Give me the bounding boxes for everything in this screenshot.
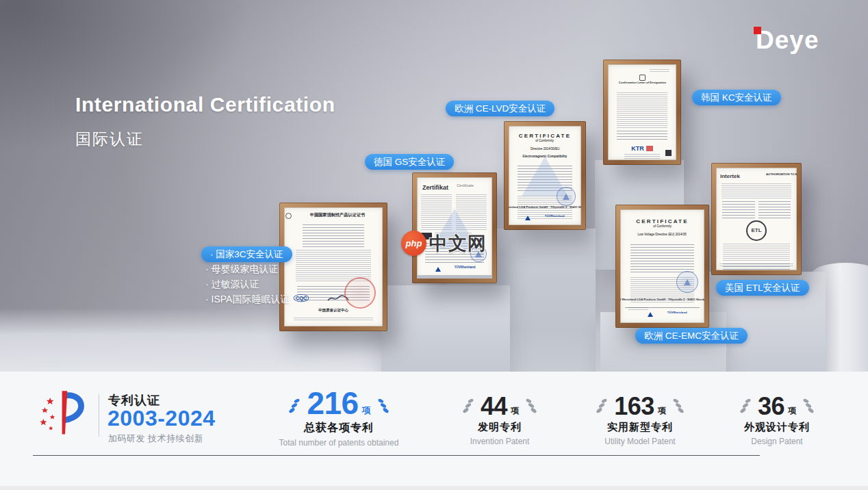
cert-text-lines (719, 263, 794, 267)
laurel-right-icon (672, 396, 685, 415)
stat-label: 实用新型专利 (575, 421, 705, 434)
cert-title: CERTIFICATE (624, 218, 700, 224)
cert-sub1: of Conformity (653, 224, 672, 228)
php-cn-watermark: php 中文网 (401, 231, 487, 256)
cert-text-lines (617, 131, 667, 142)
stat-label: 外观设计专利 (712, 421, 842, 434)
tuv-logo: TÜVRheinland (435, 266, 488, 274)
cert-org: 中国质量认证中心 (318, 308, 348, 312)
cert-footer: TÜV Rheinland LGA Products GmbH · Tillys… (620, 298, 704, 301)
certificate-ce-emc: CERTIFICATE of Conformity Low Voltage Di… (615, 205, 709, 328)
feature-item: · 过敏源认证 (205, 279, 259, 291)
badge-kc: 韩国 KC安全认证 (692, 90, 781, 105)
certificate-china-3c: 中国国家强制性产品认证证书 CQC 中国质量认证中心 (279, 203, 387, 331)
php-logo-icon: php (401, 231, 426, 256)
hero-section: 中国国家强制性产品认证证书 CQC 中国质量认证中心 Zertifikat Ce… (0, 0, 868, 372)
ccc-logo-icon (285, 213, 292, 219)
brand-logo: Deye (756, 26, 819, 55)
cert-title: Zertifikat (422, 184, 448, 191)
tuv-triangle-icon (525, 216, 531, 220)
cqc-logo: CQC (294, 294, 309, 302)
blue-seal-icon (557, 187, 576, 206)
stat-value: 36 (758, 396, 784, 417)
certificate-korea-kc: Confirmation Letter of Designation KTR (603, 60, 681, 165)
cert-text-lines (722, 201, 755, 219)
cert-sub1: of Conformity (536, 139, 554, 142)
badge-ce-emc: 欧洲 CE-EMC安全认证 (635, 328, 748, 344)
cert-sub2: Low Voltage Directive (EU) 2014/35 (638, 233, 687, 236)
feature-item: · 母婴级家电认证 (205, 263, 279, 276)
certificate-ce-lvd: CERTIFICATE of Conformity Directive 2014… (504, 121, 586, 230)
cert-text-lines (303, 224, 364, 248)
certificate-paper: CERTIFICATE of Conformity Directive 2014… (509, 126, 581, 225)
tuv-logo: TÜVRheinland (525, 214, 578, 222)
cert-sub2: Directive 2014/30/EU (531, 147, 560, 151)
stat-value: 44 (481, 396, 507, 417)
certificate-paper: intertek AUTHORIZATION TO MARK ETL (716, 168, 797, 270)
cert-text-lines (722, 183, 791, 198)
brand-dot-icon (754, 27, 761, 34)
stat-unit: 项 (658, 405, 666, 417)
vertical-divider (99, 394, 99, 437)
intertek-logo: intertek (720, 173, 740, 179)
pedestal-gs (381, 285, 510, 372)
tuv-logo: TÜVRheinland (648, 311, 700, 319)
patent-years: 2003-2024 (107, 406, 216, 431)
kc-mark-icon (639, 75, 646, 81)
cert-text-lines (624, 154, 661, 159)
badge-etl: 美国 ETL安全认证 (716, 280, 809, 296)
patent-tagline: 加码研发 技术持续创新 (108, 433, 203, 445)
tuv-triangle-icon (435, 267, 441, 272)
ktr-logo: KTR (631, 145, 644, 152)
stat-invention-patent: 44 项 发明专利 Invention Patent (435, 383, 565, 446)
stat-label-en: Invention Patent (435, 437, 565, 446)
cert-text-lines (630, 244, 694, 274)
blue-seal-icon (676, 271, 698, 293)
ktr-stamp-icon (646, 146, 653, 151)
certificate-paper: Zertifikat Certificate TÜVRheinland (417, 177, 492, 279)
cert-text-lines (650, 69, 670, 72)
stat-unit: 项 (511, 405, 519, 417)
tuv-triangle-icon (648, 312, 653, 317)
stat-unit: 项 (788, 405, 796, 417)
laurel-right-icon (377, 396, 390, 415)
stat-label-en: Utility Model Patent (575, 437, 705, 446)
cert-title: Confirmation Letter of Designation (618, 81, 665, 84)
laurel-left-icon (596, 396, 608, 415)
cert-footer-rule (625, 307, 699, 308)
stat-value: 216 (307, 389, 358, 417)
stat-value: 163 (614, 396, 654, 417)
stat-unit: 项 (362, 404, 371, 417)
red-seal-icon (344, 277, 376, 309)
cert-text-lines (294, 318, 372, 322)
cert-text-lines (617, 92, 667, 128)
qr-code-icon (665, 150, 672, 156)
cert-text-lines (723, 244, 790, 261)
certificate-paper: Confirmation Letter of Designation KTR (608, 64, 676, 160)
certificate-intertek-etl: intertek AUTHORIZATION TO MARK ETL (711, 163, 802, 275)
cert-heading: AUTHORIZATION TO MARK (766, 172, 797, 176)
feature-item: · ISPA国际睡眠认证 (205, 294, 290, 306)
laurel-right-icon (802, 396, 815, 415)
etl-mark-icon: ETL (746, 220, 767, 241)
stat-label: 发明专利 (435, 421, 565, 434)
stat-total-patents: 216 项 总获各项专利 Total number of patents obt… (264, 383, 414, 448)
cert-footer-band (417, 275, 492, 279)
certificate-paper: 中国国家强制性产品认证证书 CQC 中国质量认证中心 (284, 207, 383, 326)
badge-3c: · 国家3C安全认证 (201, 246, 292, 262)
stat-label-en: Design Patent (712, 437, 842, 446)
certificate-germany-gs: Zertifikat Certificate TÜVRheinland (412, 172, 497, 283)
cert-title-en: Certificate (457, 183, 474, 188)
page-title: International Certification (75, 93, 335, 116)
cert-text-lines (758, 201, 791, 219)
separator-line (33, 455, 760, 456)
patent-logo-icon (38, 389, 92, 438)
stat-design-patent: 36 项 外观设计专利 Design Patent (712, 383, 842, 446)
page-subtitle: 国际认证 (75, 129, 144, 150)
laurel-left-icon (462, 396, 474, 415)
watermark-text: 中文网 (429, 231, 487, 256)
laurel-left-icon (288, 396, 301, 415)
stat-utility-model-patent: 163 项 实用新型专利 Utility Model Patent (575, 383, 705, 446)
laurel-left-icon (739, 396, 752, 415)
cert-title: 中国国家强制性产品认证证书 (309, 212, 365, 217)
